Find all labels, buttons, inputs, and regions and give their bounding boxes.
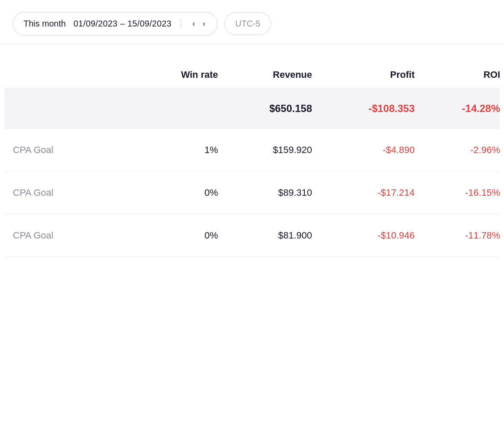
row0-win-rate: 1%	[124, 144, 218, 156]
header-revenue: Revenue	[218, 69, 312, 80]
date-separator: –	[120, 19, 127, 28]
row0-revenue: $159.920	[218, 144, 312, 156]
summary-revenue: $650.158	[218, 103, 312, 115]
header-profit: Profit	[312, 69, 415, 80]
header-roi: ROI	[415, 69, 500, 80]
summary-profit: -$108.353	[312, 103, 415, 115]
row2-revenue: $81.900	[218, 230, 312, 241]
header-col0	[13, 69, 124, 80]
row2-roi: -11.78%	[415, 230, 500, 241]
table-row: CPA Goal0%$81.900-$10.946-11.78%	[4, 214, 500, 257]
divider	[181, 19, 181, 29]
date-range: 01/09/2023 – 15/09/2023	[74, 19, 171, 29]
row2-col0: CPA Goal	[13, 230, 124, 241]
header-win-rate: Win rate	[124, 69, 218, 80]
data-rows: CPA Goal1%$159.920-$4.890-2.96%CPA Goal0…	[4, 129, 500, 257]
timezone-label: UTC-5	[235, 19, 260, 29]
date-end: 15/09/2023	[127, 19, 171, 28]
table-row: CPA Goal0%$89.310-$17.214-16.15%	[4, 171, 500, 214]
top-bar: This month 01/09/2023 – 15/09/2023 ‹ › U…	[0, 0, 504, 44]
row2-profit: -$10.946	[312, 230, 415, 241]
row0-profit: -$4.890	[312, 144, 415, 156]
row1-revenue: $89.310	[218, 187, 312, 198]
row2-win-rate: 0%	[124, 230, 218, 241]
data-table: Win rate Revenue Profit ROI $650.158 -$1…	[0, 69, 504, 257]
period-label: This month	[24, 19, 66, 29]
nav-arrows: ‹ ›	[191, 18, 207, 29]
next-arrow[interactable]: ›	[201, 18, 207, 29]
date-start: 01/09/2023	[74, 19, 118, 28]
spacer	[0, 49, 504, 69]
prev-arrow[interactable]: ‹	[191, 18, 197, 29]
row0-col0: CPA Goal	[13, 144, 124, 156]
summary-row: $650.158 -$108.353 -14.28%	[4, 88, 500, 129]
row0-roi: -2.96%	[415, 144, 500, 156]
top-separator	[0, 44, 504, 44]
row1-win-rate: 0%	[124, 187, 218, 198]
row1-roi: -16.15%	[415, 187, 500, 198]
timezone-pill[interactable]: UTC-5	[224, 12, 271, 35]
row1-col0: CPA Goal	[13, 187, 124, 198]
table-header-row: Win rate Revenue Profit ROI	[4, 69, 500, 88]
row1-profit: -$17.214	[312, 187, 415, 198]
date-range-pill[interactable]: This month 01/09/2023 – 15/09/2023 ‹ ›	[13, 12, 218, 35]
summary-roi: -14.28%	[415, 103, 500, 115]
table-row: CPA Goal1%$159.920-$4.890-2.96%	[4, 129, 500, 171]
